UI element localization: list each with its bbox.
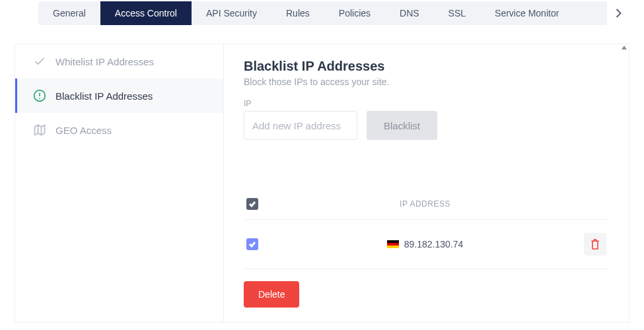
main-panel: Blacklist IP Addresses Block those IPs t… (224, 44, 629, 322)
column-header-ip: IP ADDRESS (273, 199, 577, 209)
delete-button[interactable]: Delete (244, 281, 299, 308)
page-title: Blacklist IP Addresses (244, 59, 609, 74)
ip-input[interactable] (244, 111, 357, 140)
tab-service-monitor[interactable]: Service Monitor (480, 1, 573, 25)
check-icon (33, 55, 46, 68)
ip-table: IP ADDRESS 89.182.130.74 (244, 198, 609, 308)
sidebar-item-geo[interactable]: GEO Access (15, 113, 223, 147)
check-icon (248, 240, 256, 248)
access-control-sidebar: Whitelist IP Addresses Blacklist IP Addr… (15, 44, 224, 322)
chevron-right-icon (616, 9, 622, 18)
svg-point-2 (39, 98, 40, 99)
sidebar-item-label: GEO Access (55, 125, 112, 136)
check-icon (248, 200, 256, 208)
blacklist-button[interactable]: Blacklist (367, 111, 437, 140)
tab-api-security[interactable]: API Security (192, 1, 271, 25)
select-all-checkbox[interactable] (246, 198, 258, 210)
tab-policies[interactable]: Policies (324, 1, 385, 25)
sidebar-item-whitelist[interactable]: Whitelist IP Addresses (15, 44, 223, 79)
page-subtitle: Block those IPs to access your site. (244, 77, 609, 87)
tab-dns[interactable]: DNS (385, 1, 434, 25)
flag-de-icon (387, 240, 399, 248)
top-tabs: General Access Control API Security Rule… (38, 1, 607, 25)
map-icon (33, 123, 46, 137)
row-delete-button[interactable] (584, 233, 606, 255)
trash-icon (590, 238, 600, 250)
alert-circle-icon (33, 89, 46, 102)
tab-ssl[interactable]: SSL (434, 1, 480, 25)
ip-field-label: IP (244, 99, 609, 108)
sidebar-item-label: Whitelist IP Addresses (55, 56, 154, 67)
tabs-scroll-right[interactable] (607, 9, 629, 18)
table-row: 89.182.130.74 (244, 220, 609, 269)
sidebar-item-label: Blacklist IP Addresses (55, 90, 153, 102)
ip-address-value: 89.182.130.74 (404, 239, 464, 249)
sidebar-item-blacklist[interactable]: Blacklist IP Addresses (15, 79, 223, 113)
tab-rules[interactable]: Rules (271, 1, 324, 25)
vertical-scrollbar[interactable] (622, 44, 627, 322)
row-checkbox[interactable] (246, 238, 258, 250)
tab-general[interactable]: General (38, 1, 100, 25)
tab-access-control[interactable]: Access Control (100, 1, 192, 25)
table-header-row: IP ADDRESS (244, 198, 609, 220)
